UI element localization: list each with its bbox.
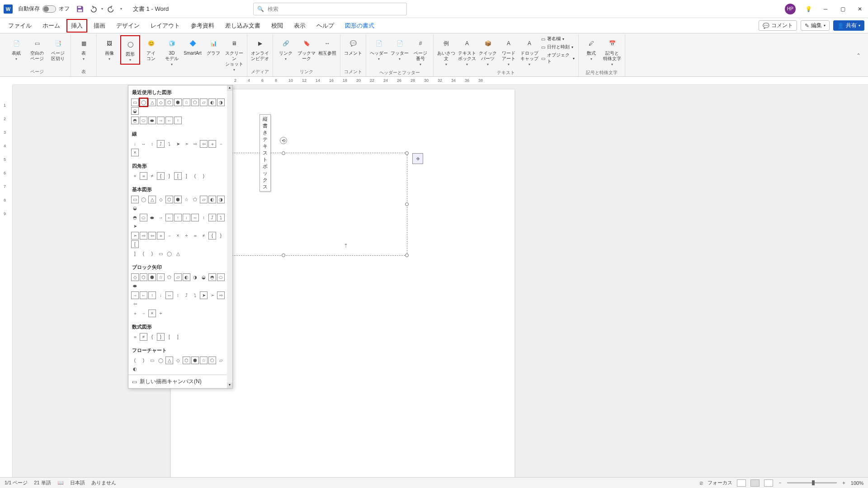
tab-デザイン[interactable]: デザイン [112, 19, 144, 33]
shape-item[interactable]: ☆ [183, 196, 190, 203]
shape-item[interactable]: ⬢ [191, 357, 199, 364]
tab-描画[interactable]: 描画 [89, 19, 110, 33]
shape-item[interactable]: ➤ [200, 291, 208, 299]
ribbon-btn-図形[interactable]: ◯図形▾ [120, 35, 140, 65]
shape-item[interactable]: ÷ [157, 310, 165, 317]
shape-item[interactable]: ◯ [165, 250, 173, 258]
collapse-ribbon-icon[interactable]: ⌃ [853, 52, 864, 59]
ribbon-btn-スクリーンショット[interactable]: 🖥スクリーンショット▾ [224, 35, 244, 74]
shape-item[interactable]: } [165, 172, 173, 180]
ribbon-btn-3Dモデル[interactable]: 🧊3Dモデル▾ [162, 35, 182, 68]
undo-dropdown[interactable]: ▾ [101, 7, 103, 11]
ribbon-btn-表[interactable]: ▦表▾ [74, 35, 94, 63]
shape-item[interactable]: ◇ [131, 273, 139, 281]
shape-item[interactable]: ↓ [183, 214, 190, 221]
shape-item[interactable]: △ [165, 357, 173, 364]
shape-item[interactable]: ▭ [131, 99, 139, 106]
resize-handle-s[interactable] [282, 253, 285, 257]
comment-button[interactable]: 💬コメント [759, 20, 797, 31]
shape-item[interactable]: ⬭ [217, 273, 225, 281]
shape-item[interactable]: ⤴ [157, 140, 165, 148]
ribbon-mini-オブジェクト[interactable]: ▭ オブジェクト ▾ [540, 52, 576, 65]
maximize-icon[interactable]: ▢ [838, 5, 847, 14]
shape-item[interactable]: ◓ [208, 273, 216, 281]
shape-item[interactable]: ⬢ [148, 273, 156, 281]
shape-item[interactable]: △ [148, 99, 156, 106]
tab-ヘルプ[interactable]: ヘルプ [312, 19, 339, 33]
shape-item[interactable]: ◑ [217, 99, 225, 106]
ribbon-btn-フッター[interactable]: 📄フッター▾ [390, 35, 410, 63]
shape-item[interactable]: ⤴ [183, 291, 190, 299]
shape-item[interactable]: ⇨ [191, 140, 199, 148]
shape-item[interactable]: → [131, 291, 139, 299]
shape-item[interactable]: － [165, 232, 173, 239]
shape-item[interactable]: ◇ [157, 196, 165, 203]
ribbon-btn-ページ番号[interactable]: #ページ番号▾ [410, 35, 430, 68]
shape-item[interactable]: ( [140, 250, 147, 258]
ribbon-btn-グラフ[interactable]: 📊グラフ [203, 35, 223, 58]
shape-item[interactable]: ↔ [140, 140, 147, 148]
shape-item[interactable]: － [140, 310, 147, 317]
shape-item[interactable]: ⬡ [165, 196, 173, 203]
focus-mode-icon[interactable]: ⎚ [700, 480, 703, 486]
shape-item[interactable]: { [157, 172, 165, 180]
shape-item[interactable]: ➤ [174, 140, 182, 148]
shape-item[interactable]: ➤ [131, 222, 139, 230]
shape-item[interactable]: ◐ [208, 196, 216, 203]
ribbon-btn-オンラインビデオ[interactable]: ▶オンラインビデオ [250, 35, 270, 63]
shape-item[interactable]: × [131, 149, 139, 156]
zoom-in-icon[interactable]: ＋ [841, 479, 846, 486]
shape-item[interactable]: ⇦ [148, 232, 156, 239]
search-box[interactable]: 🔍 検索 [253, 3, 407, 15]
shape-item[interactable]: － [217, 140, 225, 148]
shape-item[interactable]: ▭ [157, 250, 165, 258]
shape-item[interactable]: ⬠ [165, 273, 173, 281]
shape-item[interactable]: } [217, 232, 225, 239]
ribbon-btn-クイックパーツ[interactable]: 📦クイックパーツ▾ [478, 35, 498, 68]
shape-item[interactable]: ⬢ [174, 196, 182, 203]
shape-item[interactable]: ⬠ [191, 196, 199, 203]
ribbon-btn-テキストボックス[interactable]: Aテキストボックス▾ [457, 35, 477, 68]
shape-item[interactable]: ◯ [140, 196, 147, 203]
shape-item[interactable]: ] [183, 172, 190, 180]
shape-item[interactable]: ☆ [183, 99, 190, 106]
print-layout-view[interactable] [750, 479, 760, 487]
shape-item[interactable]: ▱ [200, 99, 208, 106]
zoom-level[interactable]: 100% [851, 480, 863, 486]
shape-item[interactable]: { [208, 232, 216, 239]
shape-item[interactable]: [ [131, 240, 139, 248]
undo-icon[interactable] [89, 5, 97, 13]
shape-item[interactable]: × [174, 232, 182, 239]
shape-item[interactable]: ⤵ [191, 291, 199, 299]
shape-item[interactable]: ◒ [200, 273, 208, 281]
ribbon-btn-記号と特殊文字[interactable]: 📅記号と特殊文字▾ [602, 35, 622, 68]
ribbon-btn-数式[interactable]: 🖊数式▾ [581, 35, 601, 63]
ribbon-btn-アイコン[interactable]: 😊アイコン [141, 35, 161, 63]
web-layout-view[interactable] [764, 479, 773, 487]
tab-挿入[interactable]: 挿入 [66, 19, 87, 33]
ribbon-btn-SmartArt[interactable]: 🔷SmartArt [183, 35, 203, 58]
shape-item[interactable]: ⇨ [217, 291, 225, 299]
ribbon-mini-署名欄[interactable]: ▭ 署名欄 ▾ [540, 35, 576, 42]
shape-item[interactable]: ⬡ [140, 273, 147, 281]
shape-item[interactable]: ÷ [183, 232, 190, 239]
shape-item[interactable]: ⬬ [131, 282, 139, 290]
focus-mode-label[interactable]: フォーカス [708, 479, 732, 486]
shape-item[interactable]: ◑ [217, 196, 225, 203]
shape-item[interactable]: ↑ [174, 117, 182, 124]
shape-item[interactable]: ➣ [131, 232, 139, 239]
shape-item[interactable]: ◐ [183, 273, 190, 281]
shape-item[interactable]: ◓ [131, 117, 139, 124]
shape-item[interactable]: ＋ [131, 310, 139, 317]
save-icon[interactable] [76, 5, 84, 13]
tab-参考資料[interactable]: 参考資料 [186, 19, 219, 33]
ribbon-btn-コメント[interactable]: 💬コメント [343, 35, 363, 58]
ribbon-btn-空白のページ[interactable]: ▭空白のページ [27, 35, 47, 63]
share-button[interactable]: 👤共有▾ [833, 20, 864, 31]
resize-handle-e[interactable] [405, 202, 409, 206]
page-count[interactable]: 1/1 ページ [5, 479, 28, 486]
shape-item[interactable]: ＝ [140, 172, 147, 180]
shape-item[interactable]: ⬠ [191, 99, 199, 106]
shape-item[interactable]: ] [131, 250, 139, 258]
ribbon-btn-ブックマーク[interactable]: 🔖ブックマーク [297, 35, 316, 63]
